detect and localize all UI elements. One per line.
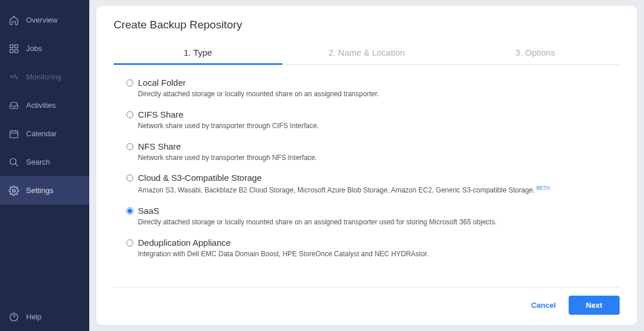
sidebar-item-search[interactable]: Search — [0, 148, 89, 176]
help-icon — [9, 312, 19, 322]
sidebar-item-help[interactable]: Help — [0, 303, 89, 331]
option-dedup-appliance: Deduplication Appliance Integration with… — [126, 238, 620, 259]
sidebar: Overview Jobs Monitoring Activities Cale… — [0, 0, 89, 331]
option-cloud-s3: Cloud & S3-Compatible Storage Amazon S3,… — [126, 173, 620, 195]
option-title[interactable]: SaaS — [138, 206, 159, 216]
sidebar-item-calendar[interactable]: Calendar — [0, 119, 89, 148]
sidebar-item-jobs[interactable]: Jobs — [0, 34, 89, 63]
radio-cifs-share[interactable] — [126, 111, 133, 118]
sidebar-item-label: Help — [26, 312, 42, 321]
svg-point-10 — [13, 189, 16, 192]
wizard-footer: Cancel Next — [114, 287, 620, 315]
tab-options[interactable]: 3. Options — [451, 42, 620, 64]
beta-badge: BETA — [537, 185, 550, 191]
main-area: Create Backup Repository 1. Type 2. Name… — [89, 0, 644, 331]
sidebar-item-label: Search — [26, 158, 50, 166]
sidebar-item-label: Jobs — [26, 44, 42, 53]
tab-type[interactable]: 1. Type — [114, 42, 282, 64]
svg-point-8 — [10, 158, 16, 165]
option-cifs-share: CIFS Share Network share used by transpo… — [126, 110, 620, 131]
option-desc: Network share used by transporter throug… — [138, 153, 620, 163]
option-title[interactable]: Deduplication Appliance — [138, 238, 231, 248]
sidebar-item-label: Calendar — [26, 129, 57, 138]
option-local-folder: Local Folder Directly attached storage o… — [126, 78, 620, 99]
inbox-icon — [9, 100, 19, 111]
sidebar-item-activities[interactable]: Activities — [0, 91, 89, 119]
tab-name-location[interactable]: 2. Name & Location — [282, 42, 451, 64]
svg-rect-3 — [15, 49, 18, 52]
svg-rect-4 — [10, 130, 18, 137]
option-title[interactable]: NFS Share — [138, 141, 181, 151]
repo-type-options: Local Folder Directly attached storage o… — [114, 78, 620, 287]
activity-icon — [9, 72, 19, 82]
option-title[interactable]: Local Folder — [138, 78, 186, 88]
sidebar-item-label: Monitoring — [26, 72, 61, 81]
page-title: Create Backup Repository — [114, 19, 620, 31]
sidebar-item-overview[interactable]: Overview — [0, 6, 89, 34]
wizard-panel: Create Backup Repository 1. Type 2. Name… — [96, 6, 637, 325]
svg-rect-1 — [15, 45, 18, 48]
tab-label: 1. Type — [184, 48, 212, 57]
sidebar-item-monitoring[interactable]: Monitoring — [0, 63, 89, 91]
svg-line-9 — [15, 163, 18, 166]
calendar-icon — [9, 129, 19, 139]
sidebar-item-label: Overview — [26, 16, 57, 24]
tab-label: 2. Name & Location — [329, 48, 405, 57]
option-saas: SaaS Directly attached storage or locall… — [126, 206, 620, 227]
option-desc: Amazon S3, Wasabi, Backblaze B2 Cloud St… — [138, 184, 620, 195]
next-button[interactable]: Next — [569, 296, 620, 315]
option-desc: Integration with Dell EMC Data Domain Bo… — [138, 249, 620, 259]
svg-rect-2 — [10, 49, 13, 52]
search-icon — [9, 157, 19, 168]
radio-nfs-share[interactable] — [126, 143, 133, 150]
wizard-tabs: 1. Type 2. Name & Location 3. Options — [114, 42, 620, 65]
sidebar-item-settings[interactable]: Settings — [0, 176, 89, 205]
radio-dedup-appliance[interactable] — [126, 239, 133, 246]
cancel-button[interactable]: Cancel — [531, 301, 556, 310]
option-desc: Network share used by transporter throug… — [138, 121, 620, 131]
grid-icon — [9, 43, 19, 54]
option-title[interactable]: Cloud & S3-Compatible Storage — [138, 173, 261, 183]
radio-cloud-s3[interactable] — [126, 174, 133, 181]
tab-label: 3. Options — [515, 48, 555, 57]
svg-rect-0 — [10, 45, 13, 48]
option-nfs-share: NFS Share Network share used by transpor… — [126, 141, 620, 163]
sidebar-item-label: Activities — [26, 101, 56, 110]
radio-local-folder[interactable] — [126, 79, 133, 86]
sidebar-item-label: Settings — [26, 186, 53, 195]
option-desc: Directly attached storage or locally mou… — [138, 89, 620, 99]
radio-saas[interactable] — [126, 208, 133, 214]
option-desc: Directly attached storage or locally mou… — [138, 217, 620, 227]
gear-icon — [9, 185, 19, 196]
home-icon — [9, 15, 19, 26]
option-title[interactable]: CIFS Share — [138, 110, 183, 119]
